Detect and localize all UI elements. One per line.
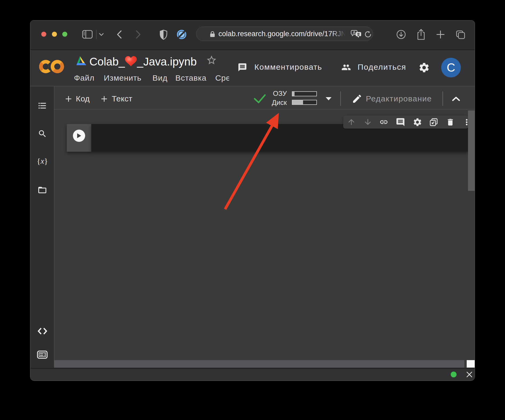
svg-text:A: A bbox=[353, 30, 355, 35]
